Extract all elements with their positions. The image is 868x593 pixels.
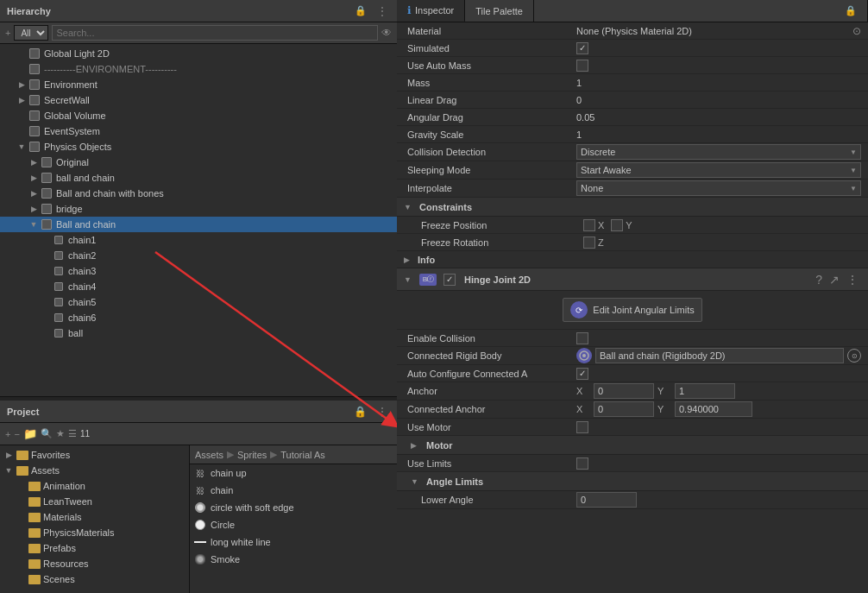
prefabs-folder[interactable]: Prefabs	[0, 540, 189, 556]
connected-anchor-y-input[interactable]	[675, 401, 752, 417]
asset-chain[interactable]: ⛓ chain	[190, 482, 397, 499]
resources-folder[interactable]: Resources	[0, 556, 189, 571]
freeze-rot-z-label: Z	[598, 237, 604, 248]
interpolate-label: Interpolate	[404, 183, 576, 193]
hierarchy-item-physics-objects[interactable]: ▼ Physics Objects	[0, 139, 397, 155]
anchor-x-input[interactable]	[594, 383, 654, 399]
favorites-folder[interactable]: ▶ Favorites	[0, 447, 189, 463]
assets-folder[interactable]: ▼ Assets	[0, 463, 189, 478]
breadcrumb-sprites[interactable]: Sprites	[237, 450, 267, 460]
hierarchy-lock-icon[interactable]: 🔒	[352, 4, 369, 17]
hierarchy-item-environment-divider[interactable]: ----------ENVIRONMENT----------	[0, 61, 397, 77]
project-lock-icon[interactable]: 🔒	[351, 405, 369, 419]
hinge-help-btn[interactable]: ?	[813, 272, 825, 287]
simulated-checkbox[interactable]	[576, 42, 588, 54]
folder-icon	[28, 497, 41, 507]
angle-limits-section-header[interactable]: ▼ Angle Limits	[397, 472, 868, 491]
project-add-btn[interactable]: +	[5, 429, 10, 439]
hierarchy-eye-icon[interactable]: 👁	[381, 27, 392, 39]
leantween-folder[interactable]: LeanTween	[0, 494, 189, 509]
freeze-pos-x-checkbox[interactable]	[583, 219, 595, 231]
hinge-joint-header: ▼ BIⓡ Hinge Joint 2D ? ↗ ⋮	[397, 268, 868, 291]
folder-label: Favorites	[31, 450, 70, 460]
asset-circle-soft[interactable]: circle with soft edge	[190, 499, 397, 516]
asset-chain-up[interactable]: ⛓ chain up	[190, 464, 397, 482]
freeze-rotation-values: Z	[583, 237, 604, 249]
hierarchy-item-chain5[interactable]: chain5	[0, 294, 397, 310]
asset-smoke[interactable]: Smoke	[190, 551, 397, 568]
hierarchy-item-environment[interactable]: ▶ Environment	[0, 77, 397, 92]
hierarchy-scope-dropdown[interactable]: All	[14, 25, 48, 41]
asset-circle[interactable]: Circle	[190, 516, 397, 533]
info-section[interactable]: ▶ Info	[397, 251, 868, 268]
project-minus-btn[interactable]: −	[14, 429, 19, 439]
linear-drag-text: 0	[576, 95, 582, 105]
hierarchy-search-input[interactable]	[52, 25, 378, 41]
hierarchy-item-chain4[interactable]: chain4	[0, 279, 397, 294]
animation-folder[interactable]: Animation	[0, 478, 189, 494]
project-filter-btn[interactable]: ☰	[68, 428, 77, 439]
motor-section-header[interactable]: ▶ Motor	[397, 436, 868, 455]
project-panel: Project 🔒 ⋮ + − 📁 🔍 ★ ☰ 11 ▶ Fa	[0, 401, 397, 593]
hierarchy-add-btn[interactable]: +	[5, 28, 10, 38]
connected-rigid-target-btn[interactable]: ⊙	[847, 349, 861, 363]
breadcrumb-assets[interactable]: Assets	[195, 450, 223, 460]
anchor-y-input[interactable]	[675, 383, 735, 399]
enable-collision-checkbox[interactable]	[576, 332, 588, 344]
hinge-more-btn[interactable]: ⋮	[844, 272, 861, 287]
project-search-btn[interactable]: 🔍	[41, 428, 53, 439]
collision-detection-dropdown[interactable]: Discrete ▼	[576, 144, 861, 160]
hierarchy-item-chain1[interactable]: chain1	[0, 232, 397, 248]
materials-folder[interactable]: Materials	[0, 509, 189, 525]
use-auto-mass-value	[576, 60, 861, 72]
inspector-lock-btn[interactable]: 🔒	[834, 0, 868, 22]
inspector-tab-label: Inspector	[415, 5, 454, 16]
hierarchy-item-ball-chain[interactable]: ▶ ball and chain	[0, 170, 397, 186]
hierarchy-item-bridge[interactable]: ▶ bridge	[0, 201, 397, 217]
use-limits-value	[576, 457, 861, 470]
project-star-btn[interactable]: ★	[56, 428, 65, 439]
hierarchy-item-global-light[interactable]: Global Light 2D	[0, 46, 397, 61]
hierarchy-item-ball[interactable]: ball	[0, 325, 397, 341]
lower-angle-input[interactable]	[576, 492, 637, 508]
interpolate-text: None	[581, 183, 603, 193]
sleeping-mode-label: Sleeping Mode	[404, 165, 576, 175]
hierarchy-item-event-system[interactable]: EventSystem	[0, 123, 397, 139]
hierarchy-item-chain3[interactable]: chain3	[0, 263, 397, 279]
auto-configure-checkbox[interactable]	[576, 368, 588, 380]
constraints-section-header[interactable]: ▼ Constraints	[397, 198, 868, 217]
use-limits-checkbox[interactable]	[576, 457, 588, 470]
tab-inspector[interactable]: ℹ Inspector	[397, 0, 465, 22]
sleeping-mode-dropdown[interactable]: Start Awake ▼	[576, 162, 861, 178]
hinge-edit-btn[interactable]: ↗	[827, 272, 842, 287]
use-auto-mass-checkbox[interactable]	[576, 60, 588, 72]
hierarchy-item-ball-chain-selected[interactable]: ▼ Ball and chain	[0, 217, 397, 232]
project-folder-btn[interactable]: 📁	[23, 427, 37, 440]
material-target-icon[interactable]: ⊙	[852, 25, 861, 37]
edit-joint-angular-limits-button[interactable]: ⟳ Edit Joint Angular Limits	[563, 298, 701, 322]
hierarchy-item-ball-chain-bones[interactable]: ▶ Ball and chain with bones	[0, 186, 397, 201]
asset-circle-icon	[193, 518, 207, 532]
hierarchy-item-global-volume[interactable]: Global Volume	[0, 108, 397, 123]
hierarchy-item-chain2[interactable]: chain2	[0, 248, 397, 263]
hinge-enabled-checkbox[interactable]	[443, 274, 456, 286]
hinge-arrow: ▼	[404, 275, 414, 284]
hierarchy-menu-icon[interactable]: ⋮	[374, 4, 390, 18]
asset-long-white-line[interactable]: long white line	[190, 533, 397, 551]
cube-icon	[40, 171, 53, 185]
physicsmaterials-folder[interactable]: PhysicsMaterials	[0, 525, 189, 540]
tab-tile-palette[interactable]: Tile Palette	[465, 0, 534, 22]
project-menu-icon[interactable]: ⋮	[374, 405, 390, 419]
auto-configure-row: Auto Configure Connected A	[397, 365, 868, 382]
connected-anchor-x-input[interactable]	[594, 401, 654, 417]
breadcrumb-tutorial[interactable]: Tutorial As	[280, 450, 325, 460]
hierarchy-item-original[interactable]: ▶ Original	[0, 155, 397, 170]
hierarchy-item-secret-wall[interactable]: ▶ SecretWall	[0, 92, 397, 108]
interpolate-arrow: ▼	[850, 185, 857, 192]
use-motor-checkbox[interactable]	[576, 421, 588, 433]
freeze-rot-z-checkbox[interactable]	[583, 237, 595, 249]
freeze-pos-y-checkbox[interactable]	[611, 219, 623, 231]
hierarchy-item-chain6[interactable]: chain6	[0, 310, 397, 325]
scenes-folder[interactable]: Scenes	[0, 571, 189, 587]
interpolate-dropdown[interactable]: None ▼	[576, 180, 861, 196]
